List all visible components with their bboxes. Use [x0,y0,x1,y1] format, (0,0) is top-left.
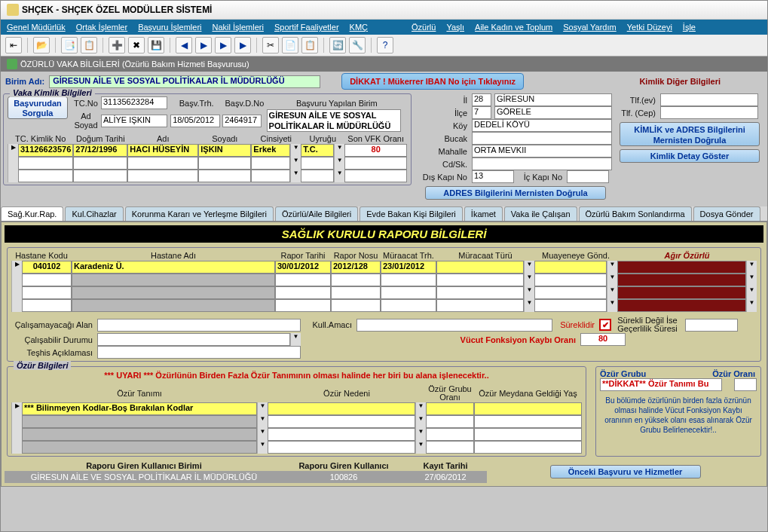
cell[interactable] [301,170,334,182]
cell-soyadi[interactable]: IŞKIN [198,144,251,157]
tab-calisan[interactable]: Vaka ile Çalışan [504,206,577,221]
menu-item[interactable]: Aile Kadın ve Toplum [475,23,552,32]
tlf-cep-field[interactable] [660,106,758,119]
gecerlilik-field[interactable] [685,319,738,332]
row-selector[interactable] [11,286,22,299]
row-selector[interactable] [11,299,22,312]
dropdown-icon[interactable]: ▼ [524,261,534,274]
cell[interactable] [534,261,607,274]
row-selector[interactable]: ▶ [11,261,22,274]
cell[interactable] [436,286,524,299]
dropdown-icon[interactable]: ▼ [334,144,344,157]
ilce-kod[interactable]: 7 [472,106,491,119]
delete-icon[interactable]: ✖ [128,37,145,54]
paste-icon[interactable]: 📋 [81,37,97,54]
dropdown-icon[interactable]: ▼ [290,333,301,346]
exit-icon[interactable]: ⇤ [5,37,22,54]
cell[interactable] [72,274,275,286]
refresh-icon[interactable]: 🔄 [329,37,346,54]
cell[interactable] [22,441,257,454]
vucut-field[interactable]: 80 [580,333,626,346]
row-selector[interactable] [11,428,22,441]
tlf-ev-field[interactable] [660,93,758,106]
save-icon[interactable]: 💾 [148,37,164,54]
menu-item[interactable]: Sportif Faaliyetler [274,23,339,32]
cell[interactable] [268,428,415,441]
prev-icon[interactable]: ▶ [195,37,212,54]
dropdown-icon[interactable]: ▼ [746,274,757,286]
cut-icon[interactable]: ✂ [262,37,279,54]
dropdown-icon[interactable]: ▼ [746,299,757,312]
cell-ozur-tanimi[interactable]: *** Bilinmeyen Kodlar-Boş Bırakılan Kodl… [22,402,257,415]
open-icon[interactable]: 📂 [33,37,50,54]
dropdown-icon[interactable]: ▼ [607,299,617,312]
cell[interactable] [381,274,436,286]
copy-icon[interactable]: 📑 [61,37,78,54]
cell[interactable] [344,170,407,182]
dropdown-icon[interactable]: ▼ [257,415,268,428]
cell[interactable] [344,157,407,170]
cell[interactable] [251,170,290,182]
dropdown-icon[interactable]: ▼ [415,428,426,441]
sureklidir-checkbox[interactable]: ✔ [599,319,611,331]
tcno-field[interactable]: 31135623284 [101,96,167,109]
kullamaci-field[interactable] [356,319,552,332]
cell[interactable] [331,286,381,299]
cell[interactable] [22,274,72,286]
ilce-field[interactable]: GÖRELE [494,106,612,119]
onceki-button[interactable]: Önceki Başvuru ve Hizmetler [550,465,701,478]
cell[interactable] [22,415,257,428]
cell[interactable]: 23/01/2012 [381,261,436,274]
dikkat-iban-button[interactable]: DİKKAT ! Mükerrer IBAN No için Tıklayını… [341,73,524,90]
koy-field[interactable]: DEDELİ KÖYÜ [472,119,612,132]
dropdown-icon[interactable]: ▼ [415,415,426,428]
menu-item[interactable]: Ortak İşlemler [76,23,127,32]
ozur-orani-field[interactable] [734,378,757,391]
menu-item[interactable]: Sosyal Yardım [563,23,617,32]
il-field[interactable]: GİRESUN [494,93,612,106]
menu-item[interactable]: KMÇ [350,23,368,32]
first-icon[interactable]: ◀ [176,37,192,54]
tab-dosya[interactable]: Dosya Gönder [693,206,760,221]
cell[interactable] [275,286,331,299]
dropdown-icon[interactable]: ▼ [607,261,617,274]
cell[interactable] [22,286,72,299]
row-selector[interactable] [11,274,22,286]
cell[interactable] [436,274,524,286]
dropdown-icon[interactable]: ▼ [746,286,757,299]
cell[interactable] [268,402,415,415]
cell-dogum[interactable]: 27/12/1996 [73,144,127,157]
cell[interactable] [22,428,257,441]
cell[interactable] [381,286,436,299]
menu-item[interactable]: Yaşlı [446,23,464,32]
cell[interactable] [474,441,582,454]
cell[interactable] [268,441,415,454]
cell[interactable] [268,415,415,428]
tab-cihazlar[interactable]: Kul.Cihazlar [65,206,123,221]
cell[interactable] [617,299,746,312]
cell-tc[interactable]: 31126623576 [18,144,73,157]
cell[interactable] [127,170,198,182]
dropdown-icon[interactable]: ▼ [334,170,344,182]
cell[interactable] [127,157,198,170]
cell-adi[interactable]: HACI HÜSEYİN [127,144,198,157]
cell[interactable] [72,286,275,299]
teshis-field[interactable] [97,346,301,359]
cell-uyruk[interactable]: T.C. [301,144,334,157]
dropdown-icon[interactable]: ▼ [257,428,268,441]
new-icon[interactable]: ➕ [109,37,125,54]
help-icon[interactable]: ? [377,37,393,54]
row-selector[interactable] [11,415,22,428]
cell[interactable] [426,428,474,441]
cell[interactable] [198,170,251,182]
menu-item[interactable]: Genel Müdürlük [7,23,66,32]
menu-item[interactable]: Özürlü [412,23,436,32]
dropdown-icon[interactable]: ▼ [607,286,617,299]
cell[interactable] [331,274,381,286]
mernis-dogrula-button[interactable]: KİMLİK ve ADRES Bilgilerini Mernisten Do… [620,122,760,146]
copy2-icon[interactable]: 📄 [282,37,298,54]
cell[interactable] [426,402,474,415]
cell[interactable] [251,157,290,170]
cell[interactable]: Karadeniz Ü. [72,261,275,274]
cell[interactable] [474,428,582,441]
